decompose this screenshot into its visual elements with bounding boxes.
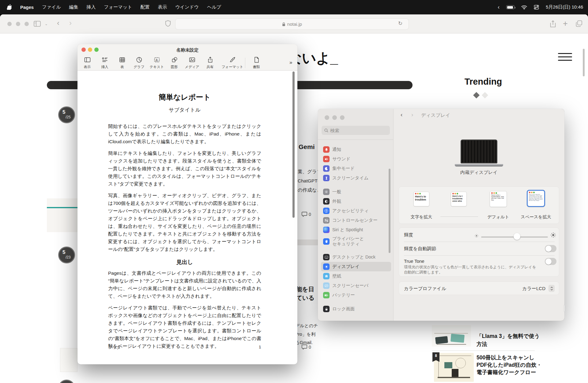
search-input[interactable] [330,128,382,133]
sidebar-item-screensaver[interactable]: スクリーンセーバ [321,281,391,290]
toolbar-textbox-button[interactable]: あ テキスト [149,56,164,69]
article-thumbnail[interactable] [432,325,471,347]
safari-zoom-button[interactable] [24,22,29,26]
gear-icon [323,189,330,195]
toolbar-overflow-button[interactable]: » [289,59,292,66]
toolbar-share-button[interactable]: 共有 [207,56,214,69]
toolbar-table-button[interactable]: 表 [119,56,126,69]
sidebar-item-sound[interactable]: サウンド [321,154,391,164]
scaling-option-larger-text[interactable]: Here's to troublem [413,192,429,206]
color-profile-dropdown[interactable] [548,285,555,292]
toolbar-document-button[interactable]: 書類 [253,56,260,69]
tab-overview-icon[interactable] [576,20,582,28]
toolbar-format-button[interactable]: フォーマット [222,56,243,69]
sidebar-item-siri-spotlight[interactable]: Siri と Spotlight [321,225,391,235]
desktop-dock-icon [323,254,330,260]
carousel-dot[interactable] [482,92,488,98]
toolbar-chart-button[interactable]: グラフ [134,56,144,69]
sidebar-item-wallpaper[interactable]: 壁紙 [321,271,391,281]
sidebar-item-appearance[interactable]: 外観 [321,197,391,206]
sidebar-item-control-center[interactable]: コントロールセンター [321,216,391,225]
menu-format[interactable]: フォーマット [104,4,132,10]
settings-search-field[interactable] [322,126,390,135]
scaling-option-default[interactable]: Here's to the c troublemakers. ones who … [490,191,507,207]
scrollbar-thumb[interactable] [389,169,390,253]
settings-traffic-lights[interactable] [325,115,345,120]
minimize-button[interactable] [88,48,92,52]
sidebar-item-general[interactable]: 一般 [321,187,391,197]
truetone-toggle[interactable] [545,258,556,265]
menu-app-name[interactable]: Pages [20,5,34,10]
article-thumbnail[interactable] [434,353,474,382]
toolbar-media-button[interactable]: メディア [185,56,199,69]
carousel-dot-active[interactable] [473,92,480,98]
share-icon[interactable] [550,20,556,29]
toolbar-shape-button[interactable]: 図形 [171,56,178,69]
article-thumbnail[interactable] [60,348,77,372]
wifi-icon[interactable] [521,5,527,10]
menu-file[interactable]: ファイル [42,4,61,10]
scaling-options-card: Here's to troublem Here's to t troublema… [399,186,559,224]
sidebar-chevron-icon[interactable]: ⌄ [45,22,48,26]
sidebar-item-privacy-security[interactable]: プライバシーと セキュリティ [321,235,391,248]
hamburger-menu-icon[interactable] [558,53,572,63]
menu-window[interactable]: ウインドウ [175,4,199,10]
reload-icon[interactable]: ↻ [398,20,402,27]
privacy-shield-icon[interactable] [165,20,171,28]
brightness-slider-knob[interactable] [514,233,520,240]
sidebar-item-screentime[interactable]: スクリーンタイム [321,173,391,183]
menubar-clock[interactable]: 5月26日(日) 10:46 [546,4,583,10]
lock-icon [282,22,285,26]
apple-menu-icon[interactable] [7,4,12,10]
scrollbar-thumb[interactable] [583,49,585,76]
article-heading-fragment[interactable]: ている [296,294,315,302]
control-center-icon[interactable] [534,5,539,10]
comment-count[interactable]: 0 [302,212,311,217]
browser-forward-button[interactable]: › [69,19,72,27]
advanced-settings-button[interactable]: 詳細設定... [564,304,564,312]
article-title[interactable]: 500冊以上をスキャンし PDF化したiPad狂の自炊・ 電子書籍化ワークフロー [477,354,542,376]
sidebar-item-notifications[interactable]: 通知 [321,145,391,154]
sidebar-item-focus[interactable]: 集中モード [321,164,391,173]
url-text: notai.jp [287,21,302,27]
zoom-button[interactable] [94,48,99,52]
menu-help[interactable]: ヘルプ [207,4,221,10]
browser-back-button[interactable]: ‹ [57,19,59,27]
toolbar-view-button[interactable]: 表示 [84,56,91,69]
scaling-option-more-space[interactable]: Here's to the crazy ones troublemakers. … [527,190,545,207]
auto-brightness-toggle[interactable] [545,245,556,252]
doc-paragraph: 開始するには、このプレースホルダテキストをタップまたはクリックして入力を始めます… [108,122,261,145]
article-heading-fragment[interactable]: Gemi [299,143,315,151]
menu-edit[interactable]: 編集 [69,4,78,10]
new-tab-button[interactable]: + [563,19,568,29]
forward-button[interactable]: › [411,111,413,118]
safari-close-button[interactable] [7,22,12,26]
menu-view[interactable]: 表示 [158,4,167,10]
doc-paragraph: Pagesは、文書作成とページレイアウトの両方に使用できます。この“簡単なレポー… [108,269,261,300]
comment-count[interactable]: 0 [302,344,311,350]
back-button[interactable]: ‹ [401,111,402,118]
article-thumbnail[interactable] [47,198,77,232]
close-button[interactable] [81,48,86,52]
address-bar[interactable]: notai.jp [175,18,409,30]
sidebar-toggle-icon[interactable] [34,21,41,28]
sidebar-item-battery[interactable]: バッテリー [321,290,391,300]
toolbar-insert-button[interactable]: 挿入 [101,56,108,69]
sidebar-item-desktop-dock[interactable]: デスクトップと Dock [321,252,391,262]
sidebar-item-accessibility[interactable]: アクセシビリティ [321,206,391,216]
sidebar-item-lock-screen[interactable]: ロック画面 [321,304,391,314]
menu-insert[interactable]: 挿入 [87,4,96,10]
scaling-option-2[interactable]: Here's to t troublema ones who [451,192,467,206]
article-heading-fragment[interactable]: 能を日 [296,285,314,293]
menubar-collapse-chevron-icon[interactable]: ‹ [498,4,499,10]
battery-icon[interactable] [506,5,514,9]
scrollbar-thumb[interactable] [292,71,295,218]
sidebar-item-displays[interactable]: ディスプレイ [321,262,391,271]
safari-minimize-button[interactable] [16,22,20,26]
doc-paragraph: 簡単にテキストを編集したり、フォントを変更したり、美しいグラフィックスを追加した… [108,149,261,188]
menu-arrange[interactable]: 配置 [140,4,149,10]
pages-document[interactable]: 簡単なレポート サブタイトル 開始するには、このプレースホルダテキストをタップま… [108,93,261,354]
doc-footer-label: フッタ [108,345,121,350]
article-title[interactable]: 「Llama 3」を無料で使う 方法 [477,332,540,348]
pages-titlebar: 名称未設定 表示 挿入 表 グラフ あ テキスト [77,44,297,71]
